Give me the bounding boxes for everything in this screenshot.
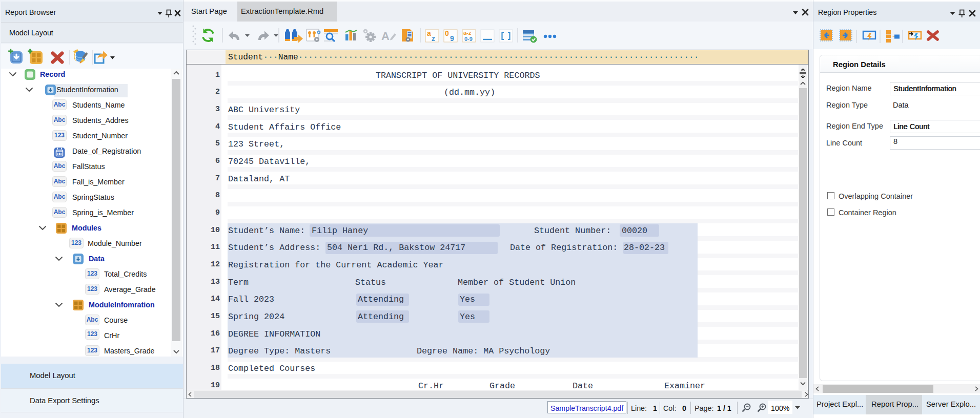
svg-text:z: z xyxy=(432,34,435,43)
svg-text:A: A xyxy=(381,30,390,43)
svg-text:0-9: 0-9 xyxy=(464,36,473,42)
svg-text:0: 0 xyxy=(445,29,449,37)
svg-text:a: a xyxy=(427,29,431,37)
svg-text:9: 9 xyxy=(450,34,454,43)
svg-text:a-z: a-z xyxy=(463,30,472,36)
